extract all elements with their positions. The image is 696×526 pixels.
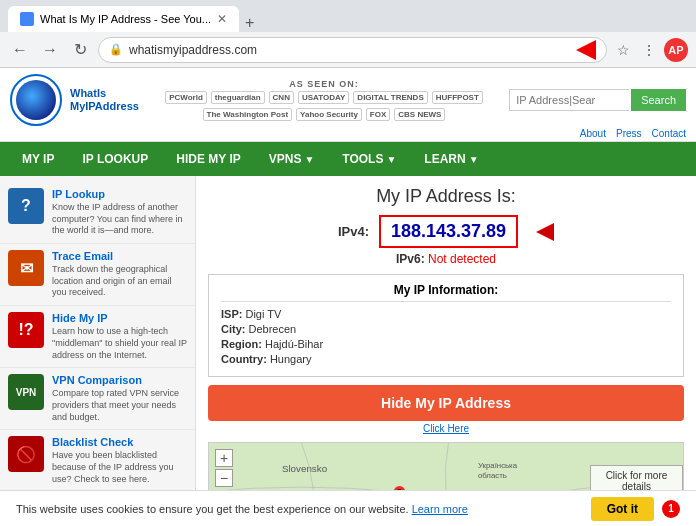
map-area: Slovensko Украïнська область Magyarorszá… xyxy=(208,442,684,496)
ip-lookup-text: IP Lookup Know the IP address of another… xyxy=(52,188,187,237)
ipv6-row: IPv6: Not detected xyxy=(208,252,684,266)
sidebar-item-blacklist[interactable]: 🚫 Blacklist Check Have you been blacklis… xyxy=(0,430,195,492)
media-pcworld: PCWorld xyxy=(165,91,207,104)
tab-favicon xyxy=(20,12,34,26)
nav-ip-lookup[interactable]: IP LOOKUP xyxy=(68,142,162,176)
header-links: About Press Contact xyxy=(10,126,686,141)
as-seen-label: AS SEEN ON: xyxy=(149,79,499,89)
logo-area: WhatIs MyIPAddress xyxy=(10,74,139,126)
map-svg: Slovensko Украïнська область Magyarorszá… xyxy=(209,443,590,496)
learn-dropdown-icon: ▼ xyxy=(469,154,479,165)
sidebar-item-trace-email[interactable]: ✉ Trace Email Track down the geographica… xyxy=(0,244,195,306)
sidebar: ? IP Lookup Know the IP address of anoth… xyxy=(0,176,196,496)
bookmark-icon[interactable]: ☆ xyxy=(613,40,634,60)
url-text: whatismyipaddress.com xyxy=(129,43,562,57)
logo-line1: WhatIs xyxy=(70,87,139,100)
hide-ip-button[interactable]: Hide My IP Address xyxy=(208,385,684,421)
ip-lookup-desc: Know the IP address of another computer?… xyxy=(52,202,187,237)
ip-info-box: My IP Information: ISP: Digi TV City: De… xyxy=(208,274,684,377)
nav-my-ip-label: MY IP xyxy=(22,152,54,166)
nav-hide-my-ip-label: HIDE MY IP xyxy=(176,152,240,166)
lock-icon: 🔒 xyxy=(109,43,123,56)
nav-learn[interactable]: LEARN ▼ xyxy=(410,142,492,176)
logo-globe xyxy=(16,80,56,120)
ip-arrow xyxy=(536,223,554,241)
press-link[interactable]: Press xyxy=(616,128,642,139)
isp-row: ISP: Digi TV xyxy=(221,308,671,320)
logo-line2: MyIPAddress xyxy=(70,100,139,113)
url-arrow xyxy=(576,40,596,60)
about-link[interactable]: About xyxy=(580,128,606,139)
header-search-input[interactable] xyxy=(509,89,629,111)
nav-learn-label: LEARN xyxy=(424,152,465,166)
sidebar-item-ip-lookup[interactable]: ? IP Lookup Know the IP address of anoth… xyxy=(0,182,195,244)
tools-dropdown-icon: ▼ xyxy=(386,154,396,165)
city-row: City: Debrecen xyxy=(221,323,671,335)
main-content: ? IP Lookup Know the IP address of anoth… xyxy=(0,176,696,496)
hide-ip-text: Hide My IP Learn how to use a high-tech … xyxy=(52,312,187,361)
refresh-button[interactable]: ↻ xyxy=(68,38,92,62)
back-button[interactable]: ← xyxy=(8,38,32,62)
nav-my-ip[interactable]: MY IP xyxy=(8,142,68,176)
browser-toolbar: ← → ↻ 🔒 whatismyipaddress.com ☆ ⋮ AP xyxy=(0,32,696,68)
media-fox: FOX xyxy=(366,108,390,121)
svg-text:область: область xyxy=(478,471,507,480)
vpns-dropdown-icon: ▼ xyxy=(304,154,314,165)
media-guardian: theguardian xyxy=(211,91,265,104)
cookie-message: This website uses cookies to ensure you … xyxy=(16,503,409,515)
cookie-learn-more[interactable]: Learn more xyxy=(412,503,468,515)
trace-email-title: Trace Email xyxy=(52,250,187,262)
vpn-desc: Compare top rated VPN service providers … xyxy=(52,388,187,423)
media-usatoday: USATODAY xyxy=(298,91,349,104)
isp-label: ISP: xyxy=(221,308,242,320)
tab-close-button[interactable]: ✕ xyxy=(217,12,227,26)
forward-button[interactable]: → xyxy=(38,38,62,62)
logo-text: WhatIs MyIPAddress xyxy=(70,87,139,113)
sidebar-item-hide-ip[interactable]: !? Hide My IP Learn how to use a high-te… xyxy=(0,306,195,368)
city-value: Debrecen xyxy=(249,323,297,335)
ip-lookup-icon: ? xyxy=(8,188,44,224)
country-value: Hungary xyxy=(270,353,312,365)
nav-vpns[interactable]: VPNS ▼ xyxy=(255,142,329,176)
browser-titlebar: What Is My IP Address - See You... ✕ + xyxy=(0,0,696,32)
cookie-bar: This website uses cookies to ensure you … xyxy=(0,490,696,526)
tab-title: What Is My IP Address - See You... xyxy=(40,13,211,25)
ip-info-title: My IP Information: xyxy=(221,283,671,302)
notification-badge: 1 xyxy=(662,500,680,518)
ipv6-label: IPv6: xyxy=(396,252,425,266)
nav-hide-my-ip[interactable]: HIDE MY IP xyxy=(162,142,254,176)
media-huffpost: HUFFPOST xyxy=(432,91,483,104)
map-zoom-in[interactable]: + xyxy=(215,449,233,467)
ip-lookup-title: IP Lookup xyxy=(52,188,187,200)
ip-title: My IP Address Is: xyxy=(208,186,684,207)
media-cbs: CBS NEWS xyxy=(394,108,445,121)
region-value: Hajdú-Bihar xyxy=(265,338,323,350)
site-nav: MY IP IP LOOKUP HIDE MY IP VPNS ▼ TOOLS … xyxy=(0,142,696,176)
nav-tools-label: TOOLS xyxy=(342,152,383,166)
nav-tools[interactable]: TOOLS ▼ xyxy=(328,142,410,176)
settings-icon[interactable]: ⋮ xyxy=(638,40,660,60)
contact-link[interactable]: Contact xyxy=(652,128,686,139)
header-search-button[interactable]: Search xyxy=(631,89,686,111)
sidebar-item-vpn[interactable]: VPN VPN Comparison Compare top rated VPN… xyxy=(0,368,195,430)
cookie-accept-button[interactable]: Got it xyxy=(591,497,654,521)
media-cnn: CNN xyxy=(269,91,294,104)
ipv4-label: IPv4: xyxy=(338,224,369,239)
profile-icon[interactable]: AP xyxy=(664,38,688,62)
browser-tab[interactable]: What Is My IP Address - See You... ✕ xyxy=(8,6,239,32)
hide-ip-sub[interactable]: Click Here xyxy=(208,423,684,434)
new-tab-button[interactable]: + xyxy=(239,14,260,32)
trace-email-desc: Track down the geographical location and… xyxy=(52,264,187,299)
nav-vpns-label: VPNS xyxy=(269,152,302,166)
isp-value: Digi TV xyxy=(245,308,281,320)
trace-email-text: Trace Email Track down the geographical … xyxy=(52,250,187,299)
map-zoom-out[interactable]: − xyxy=(215,469,233,487)
country-row: Country: Hungary xyxy=(221,353,671,365)
blacklist-text: Blacklist Check Have you been blackliste… xyxy=(52,436,187,485)
country-label: Country: xyxy=(221,353,267,365)
address-bar[interactable]: 🔒 whatismyipaddress.com xyxy=(98,37,607,63)
hide-ip-title: Hide My IP xyxy=(52,312,187,324)
ip-box-row: IPv4: 188.143.37.89 xyxy=(208,215,684,248)
toolbar-icons: ☆ ⋮ AP xyxy=(613,38,688,62)
vpn-text: VPN Comparison Compare top rated VPN ser… xyxy=(52,374,187,423)
